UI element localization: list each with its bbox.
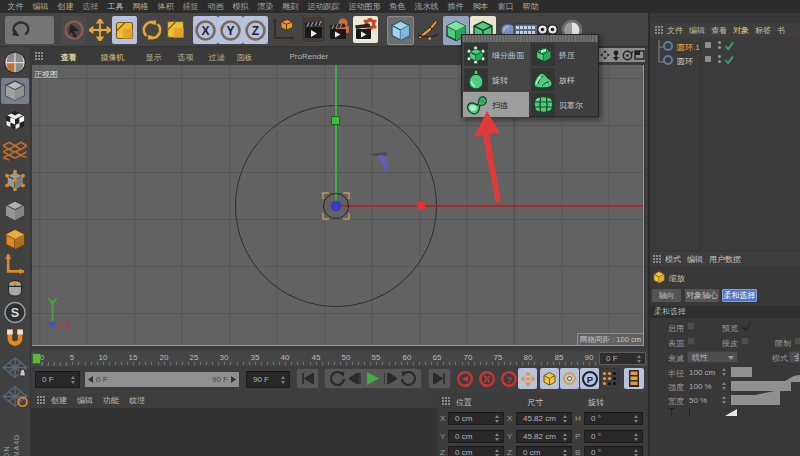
svg-text:X: X [201, 24, 209, 38]
svg-text:P: P [586, 373, 593, 384]
svg-text:CINEMA4D: CINEMA4D [13, 434, 20, 456]
svg-text:S: S [11, 306, 19, 320]
svg-text:Y: Y [226, 24, 234, 38]
svg-text:?: ? [506, 374, 512, 384]
svg-text:Z: Z [252, 24, 259, 38]
svg-text:MAXON: MAXON [3, 445, 10, 456]
